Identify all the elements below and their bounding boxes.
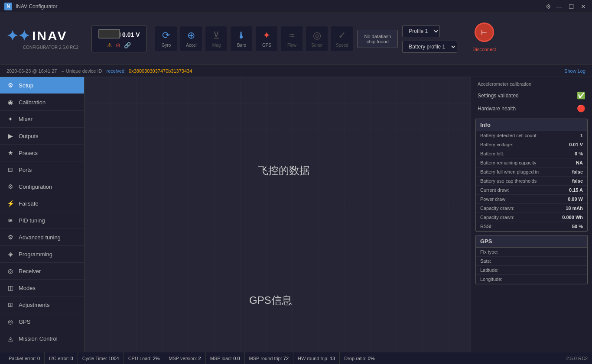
close-button[interactable]: ✕: [579, 2, 588, 11]
app-title: INAV Configurator: [16, 3, 58, 10]
info-row-cell-count: Battery detected cell count: 1: [476, 131, 587, 140]
timestamp: 2020-06-23 @ 16:41:27: [7, 68, 57, 74]
flow-label: Flow: [287, 43, 296, 48]
packet-error-label: Packet error:: [9, 356, 36, 361]
mag-label: Mag: [212, 43, 221, 48]
sidebar-item-mixer[interactable]: ✦ Mixer: [0, 111, 84, 128]
info-row-current-draw: Current draw: 0.15 A: [476, 186, 587, 195]
sidebar-item-adjustments[interactable]: ⊞ Adjustments: [0, 296, 84, 313]
cpu-load-label: CPU Load:: [128, 356, 152, 361]
msp-load-label: MSP load:: [210, 356, 232, 361]
sensor-sonar[interactable]: ◎ Sonar: [306, 26, 328, 51]
full-plugged-value: false: [572, 169, 583, 174]
sensor-gyro[interactable]: ⟳ Gyro: [155, 26, 177, 51]
msp-round-trip-label: MSP round trip:: [249, 356, 282, 361]
settings-validated-icon: ✅: [577, 91, 585, 100]
accel-label: Accel: [186, 43, 196, 48]
sidebar-item-setup[interactable]: ⚙ Setup: [0, 77, 84, 94]
sidebar-label-outputs: Outputs: [19, 133, 39, 139]
programming-icon: ◈: [7, 251, 14, 258]
sidebar-item-presets[interactable]: ★ Presets: [0, 145, 84, 161]
sidebar-label-mixer: Mixer: [19, 116, 33, 122]
msp-version-value: 2: [198, 356, 201, 361]
sensor-gps[interactable]: ✦ GPS: [256, 26, 277, 51]
mixer-icon: ✦: [7, 116, 14, 122]
profile-select[interactable]: Profile 1 Profile 2 Profile 3: [402, 25, 440, 37]
hardware-health-row: Hardware health 🔴: [473, 102, 590, 115]
advtuning-icon: ⚙: [7, 234, 14, 241]
sidebar-item-configuration[interactable]: ⚙ Configuration: [0, 178, 84, 195]
latitude-label: Latitude:: [480, 267, 498, 273]
logo-section: ✦✦ INAV CONFIGURATOR 2.5.0 RC2: [7, 28, 78, 50]
drop-ratio-label: Drop ratio:: [344, 356, 366, 361]
no-dataflash-line1: No dataflash: [364, 34, 391, 39]
window-controls: — ☐ ✕: [555, 2, 588, 11]
prefix: -- Unique device ID: [61, 68, 102, 74]
sensor-mag[interactable]: ⊻ Mag: [205, 26, 227, 51]
outputs-icon: ▶: [7, 132, 14, 139]
sidebar-label-receiver: Receiver: [19, 268, 41, 274]
sidebar-item-gps[interactable]: ◎ GPS: [0, 313, 84, 330]
settings-icon[interactable]: ⚙: [544, 2, 553, 11]
sidebar-item-calibration[interactable]: ◉ Calibration: [0, 94, 84, 111]
sidebar-item-programming[interactable]: ◈ Programming: [0, 246, 84, 263]
disconnect-button[interactable]: Disconnect: [466, 43, 502, 55]
sensor-baro[interactable]: 🌡 Baro: [231, 26, 252, 51]
hw-round-trip-label: HW round trip:: [298, 356, 329, 361]
gps-row-fixtype: Fix type:: [476, 248, 587, 257]
sidebar-item-failsafe[interactable]: ⚡ Failsafe: [0, 195, 84, 212]
infobar: 2020-06-23 @ 16:41:27 -- Unique device I…: [0, 65, 592, 77]
sats-label: Sats:: [480, 258, 491, 264]
sidebar-item-modes[interactable]: ◫ Modes: [0, 280, 84, 296]
sensor-flow[interactable]: ≈ Flow: [281, 26, 303, 51]
sidebar-item-advancedtuning[interactable]: ⚙ Advanced tuning: [0, 229, 84, 246]
show-log[interactable]: Show Log: [564, 68, 585, 74]
link-icon: ⊘: [116, 42, 120, 48]
current-draw-value: 0.15 A: [569, 187, 583, 193]
sidebar-item-pidtuning[interactable]: ≋ PID tuning: [0, 212, 84, 229]
rssi-label: RSSI:: [480, 224, 493, 229]
statusbar: Packet error: 0 I2C error: 0 Cycle Time:…: [0, 352, 592, 364]
adjustments-icon: ⊞: [7, 301, 14, 308]
profile-selectors: Profile 1 Profile 2 Profile 3 Battery pr…: [402, 25, 457, 53]
statusbar-packet-error: Packet error: 0: [4, 352, 45, 364]
disconnect-icon: ⊢: [475, 23, 494, 42]
i2c-error-value: 0: [71, 356, 73, 361]
gps-row-longitude: Longitude:: [476, 275, 587, 284]
sidebar-label-modes: Modes: [19, 285, 36, 291]
rssi-value: 50 %: [572, 224, 583, 229]
modes-icon: ◫: [7, 284, 14, 291]
sensor-speed[interactable]: ✓ Speed: [331, 26, 353, 51]
info-row-capacity-drawn-mah: Capacity drawn: 18 mAh: [476, 204, 587, 213]
titlebar-left: N INAV Configurator: [4, 3, 58, 10]
sidebar-label-ports: Ports: [19, 167, 32, 173]
full-plugged-label: Battery full when plugged in: [480, 169, 539, 174]
statusbar-hw-round-trip: HW round trip: 13: [293, 352, 340, 364]
app-icon: N: [4, 3, 12, 10]
logo-icon: ✦✦ INAV: [7, 28, 67, 44]
info-row-capacity-drawn-wh: Capacity drawn: 0.000 Wh: [476, 213, 587, 222]
sidebar-item-missioncontrol[interactable]: ◬ Mission Control: [0, 330, 84, 347]
titlebar: N INAV Configurator ⚙ — ☐ ✕: [0, 0, 592, 13]
baro-icon: 🌡: [237, 30, 246, 41]
info-row-cap-thresholds: Battery use cap thresholds false: [476, 177, 587, 186]
header: ✦✦ INAV CONFIGURATOR 2.5.0 RC2 0.01 V ⚠ …: [0, 13, 592, 65]
sensor-accel[interactable]: ⊕ Accel: [180, 26, 202, 51]
sidebar-item-outputs[interactable]: ▶ Outputs: [0, 128, 84, 145]
info-row-rssi: RSSI: 50 %: [476, 222, 587, 231]
gyro-icon: ⟳: [162, 30, 170, 41]
minimize-button[interactable]: —: [555, 2, 563, 11]
cpu-load-value: 2%: [153, 356, 159, 361]
sidebar-label-presets: Presets: [19, 150, 38, 156]
sidebar-label-gps: GPS: [19, 319, 30, 325]
power-draw-label: Power draw:: [480, 196, 507, 202]
sidebar-item-ports[interactable]: ⊟ Ports: [0, 161, 84, 178]
sidebar-item-osd[interactable]: ▣ OSD: [0, 347, 84, 352]
drop-ratio-value: 0%: [368, 356, 375, 361]
battery-profile-select[interactable]: Battery profile 1 Battery profile 2: [402, 41, 457, 53]
maximize-button[interactable]: ☐: [567, 2, 576, 11]
statusbar-msp-version: MSP version: 2: [164, 352, 205, 364]
remaining-capacity-label: Battery remaining capacity: [480, 160, 537, 165]
i2c-error-label: I2C error:: [49, 356, 69, 361]
sidebar-item-receiver[interactable]: ◎ Receiver: [0, 263, 84, 280]
